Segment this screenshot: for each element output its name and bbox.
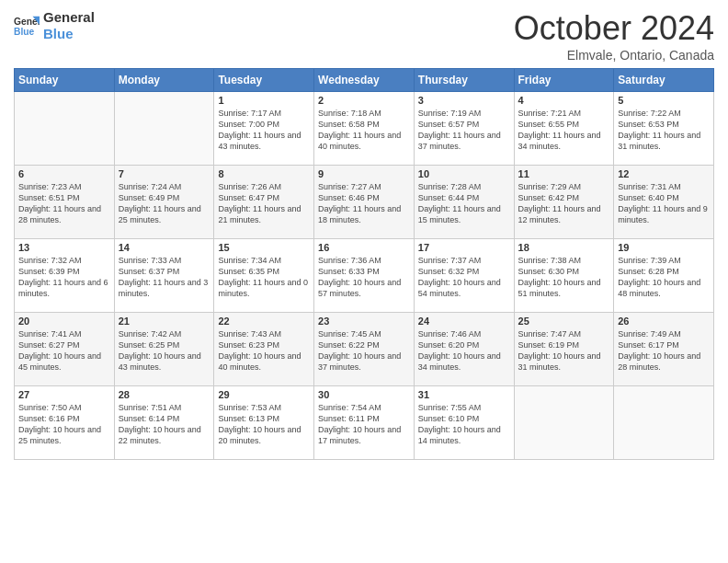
day-number: 16 — [318, 242, 410, 253]
day-info: Sunrise: 7:36 AM Sunset: 6:33 PM Dayligh… — [318, 255, 410, 300]
day-number: 21 — [119, 316, 210, 327]
day-number: 14 — [119, 242, 210, 253]
logo-line2: Blue — [43, 26, 95, 42]
day-info: Sunrise: 7:41 AM Sunset: 6:27 PM Dayligh… — [18, 328, 110, 373]
calendar-cell: 3Sunrise: 7:19 AM Sunset: 6:57 PM Daylig… — [414, 92, 514, 166]
day-number: 1 — [218, 95, 310, 106]
day-number: 25 — [518, 316, 610, 327]
day-info: Sunrise: 7:26 AM Sunset: 6:47 PM Dayligh… — [218, 181, 310, 226]
week-row-3: 13Sunrise: 7:32 AM Sunset: 6:39 PM Dayli… — [15, 239, 714, 313]
page-header: General Blue General Blue October 2024 E… — [14, 9, 714, 63]
day-number: 30 — [318, 389, 410, 400]
calendar-cell: 8Sunrise: 7:26 AM Sunset: 6:47 PM Daylig… — [214, 166, 314, 239]
calendar-cell: 7Sunrise: 7:24 AM Sunset: 6:49 PM Daylig… — [114, 166, 214, 239]
calendar-cell: 29Sunrise: 7:53 AM Sunset: 6:13 PM Dayli… — [214, 386, 314, 460]
week-row-5: 27Sunrise: 7:50 AM Sunset: 6:16 PM Dayli… — [15, 386, 714, 460]
day-number: 9 — [318, 168, 410, 179]
calendar-cell: 30Sunrise: 7:54 AM Sunset: 6:11 PM Dayli… — [314, 386, 415, 460]
week-row-2: 6Sunrise: 7:23 AM Sunset: 6:51 PM Daylig… — [15, 166, 714, 239]
calendar-table: SundayMondayTuesdayWednesdayThursdayFrid… — [14, 68, 714, 460]
day-info: Sunrise: 7:19 AM Sunset: 6:57 PM Dayligh… — [418, 108, 510, 153]
calendar-cell: 27Sunrise: 7:50 AM Sunset: 6:16 PM Dayli… — [15, 386, 115, 460]
day-number: 15 — [218, 242, 310, 253]
day-info: Sunrise: 7:28 AM Sunset: 6:44 PM Dayligh… — [418, 181, 510, 226]
day-number: 13 — [18, 242, 110, 253]
calendar-cell: 1Sunrise: 7:17 AM Sunset: 7:00 PM Daylig… — [214, 92, 314, 166]
calendar-cell: 23Sunrise: 7:45 AM Sunset: 6:22 PM Dayli… — [314, 313, 415, 386]
day-number: 7 — [119, 168, 210, 179]
column-header-sunday: Sunday — [15, 69, 115, 92]
day-info: Sunrise: 7:27 AM Sunset: 6:46 PM Dayligh… — [318, 181, 410, 226]
day-info: Sunrise: 7:43 AM Sunset: 6:23 PM Dayligh… — [218, 328, 310, 373]
calendar-cell: 25Sunrise: 7:47 AM Sunset: 6:19 PM Dayli… — [514, 313, 614, 386]
day-number: 31 — [418, 389, 510, 400]
day-info: Sunrise: 7:37 AM Sunset: 6:32 PM Dayligh… — [418, 255, 510, 300]
day-info: Sunrise: 7:54 AM Sunset: 6:11 PM Dayligh… — [318, 402, 410, 447]
calendar-cell: 5Sunrise: 7:22 AM Sunset: 6:53 PM Daylig… — [614, 92, 714, 166]
day-info: Sunrise: 7:32 AM Sunset: 6:39 PM Dayligh… — [18, 255, 110, 300]
day-number: 26 — [618, 316, 710, 327]
column-header-wednesday: Wednesday — [314, 69, 415, 92]
calendar-cell: 21Sunrise: 7:42 AM Sunset: 6:25 PM Dayli… — [114, 313, 214, 386]
logo: General Blue General Blue — [14, 9, 95, 42]
calendar-cell: 20Sunrise: 7:41 AM Sunset: 6:27 PM Dayli… — [15, 313, 115, 386]
column-header-tuesday: Tuesday — [214, 69, 314, 92]
column-header-saturday: Saturday — [614, 69, 714, 92]
calendar-cell: 17Sunrise: 7:37 AM Sunset: 6:32 PM Dayli… — [414, 239, 514, 313]
day-info: Sunrise: 7:21 AM Sunset: 6:55 PM Dayligh… — [518, 108, 610, 153]
day-info: Sunrise: 7:18 AM Sunset: 6:58 PM Dayligh… — [318, 108, 410, 153]
day-number: 18 — [518, 242, 610, 253]
calendar-cell — [514, 386, 614, 460]
calendar-cell: 19Sunrise: 7:39 AM Sunset: 6:28 PM Dayli… — [614, 239, 714, 313]
day-number: 3 — [418, 95, 510, 106]
title-block: October 2024 Elmvale, Ontario, Canada — [514, 9, 714, 63]
logo-line1: General — [43, 9, 95, 26]
calendar-cell: 28Sunrise: 7:51 AM Sunset: 6:14 PM Dayli… — [114, 386, 214, 460]
calendar-cell — [15, 92, 115, 166]
day-number: 24 — [418, 316, 510, 327]
day-number: 22 — [218, 316, 310, 327]
column-header-thursday: Thursday — [414, 69, 514, 92]
day-number: 10 — [418, 168, 510, 179]
day-number: 5 — [618, 95, 710, 106]
month-title: October 2024 — [514, 9, 714, 48]
calendar-cell: 11Sunrise: 7:29 AM Sunset: 6:42 PM Dayli… — [514, 166, 614, 239]
day-info: Sunrise: 7:34 AM Sunset: 6:35 PM Dayligh… — [218, 255, 310, 300]
day-info: Sunrise: 7:24 AM Sunset: 6:49 PM Dayligh… — [119, 181, 210, 226]
location: Elmvale, Ontario, Canada — [514, 48, 714, 63]
column-header-friday: Friday — [514, 69, 614, 92]
day-info: Sunrise: 7:22 AM Sunset: 6:53 PM Dayligh… — [618, 108, 710, 153]
calendar-cell: 9Sunrise: 7:27 AM Sunset: 6:46 PM Daylig… — [314, 166, 415, 239]
day-number: 19 — [618, 242, 710, 253]
day-number: 12 — [618, 168, 710, 179]
calendar-body: 1Sunrise: 7:17 AM Sunset: 7:00 PM Daylig… — [15, 92, 714, 460]
day-number: 6 — [18, 168, 110, 179]
calendar-cell: 4Sunrise: 7:21 AM Sunset: 6:55 PM Daylig… — [514, 92, 614, 166]
calendar-cell: 22Sunrise: 7:43 AM Sunset: 6:23 PM Dayli… — [214, 313, 314, 386]
calendar-cell — [614, 386, 714, 460]
calendar-cell: 16Sunrise: 7:36 AM Sunset: 6:33 PM Dayli… — [314, 239, 415, 313]
day-number: 23 — [318, 316, 410, 327]
calendar-cell: 15Sunrise: 7:34 AM Sunset: 6:35 PM Dayli… — [214, 239, 314, 313]
day-number: 11 — [518, 168, 610, 179]
day-info: Sunrise: 7:33 AM Sunset: 6:37 PM Dayligh… — [119, 255, 210, 300]
calendar-header-row: SundayMondayTuesdayWednesdayThursdayFrid… — [15, 69, 714, 92]
calendar-cell: 6Sunrise: 7:23 AM Sunset: 6:51 PM Daylig… — [15, 166, 115, 239]
logo-icon: General Blue — [14, 13, 40, 39]
day-number: 20 — [18, 316, 110, 327]
calendar-cell: 31Sunrise: 7:55 AM Sunset: 6:10 PM Dayli… — [414, 386, 514, 460]
day-info: Sunrise: 7:17 AM Sunset: 7:00 PM Dayligh… — [218, 108, 310, 153]
week-row-1: 1Sunrise: 7:17 AM Sunset: 7:00 PM Daylig… — [15, 92, 714, 166]
day-info: Sunrise: 7:55 AM Sunset: 6:10 PM Dayligh… — [418, 402, 510, 447]
calendar-cell: 10Sunrise: 7:28 AM Sunset: 6:44 PM Dayli… — [414, 166, 514, 239]
day-info: Sunrise: 7:31 AM Sunset: 6:40 PM Dayligh… — [618, 181, 710, 226]
day-number: 4 — [518, 95, 610, 106]
day-info: Sunrise: 7:46 AM Sunset: 6:20 PM Dayligh… — [418, 328, 510, 373]
column-header-monday: Monday — [114, 69, 214, 92]
day-info: Sunrise: 7:53 AM Sunset: 6:13 PM Dayligh… — [218, 402, 310, 447]
calendar-cell: 26Sunrise: 7:49 AM Sunset: 6:17 PM Dayli… — [614, 313, 714, 386]
day-info: Sunrise: 7:42 AM Sunset: 6:25 PM Dayligh… — [119, 328, 210, 373]
day-info: Sunrise: 7:23 AM Sunset: 6:51 PM Dayligh… — [18, 181, 110, 226]
day-info: Sunrise: 7:50 AM Sunset: 6:16 PM Dayligh… — [18, 402, 110, 447]
day-number: 28 — [119, 389, 210, 400]
